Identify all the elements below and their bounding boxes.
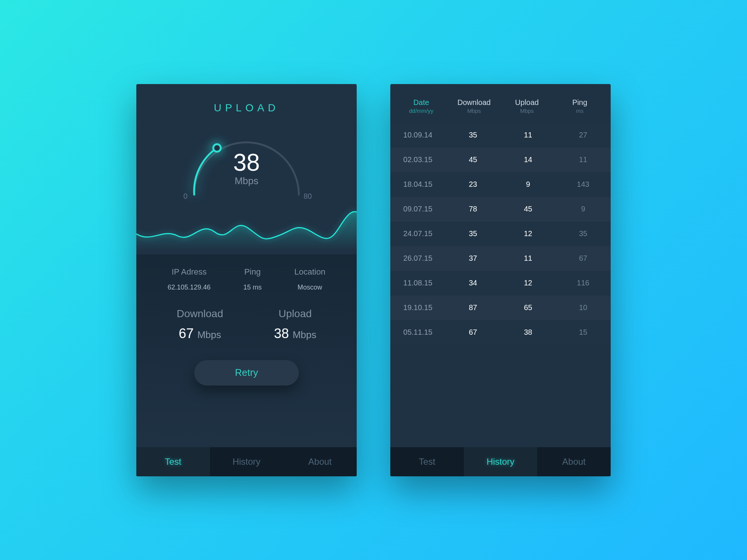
- cell-date: 24.07.15: [390, 229, 446, 238]
- cell-date: 09.07.15: [390, 205, 446, 213]
- history-header: Date dd/mm/yy Download Mbps Upload Mbps …: [390, 84, 611, 123]
- download-result: Download 67 Mbps: [177, 308, 223, 341]
- cell-download: 34: [446, 279, 501, 287]
- cell-date: 19.10.15: [390, 303, 446, 312]
- col-date-sub: dd/mm/yy: [395, 108, 448, 114]
- cell-ping: 116: [556, 279, 611, 287]
- ping-label: Ping: [243, 267, 261, 277]
- col-date[interactable]: Date dd/mm/yy: [395, 98, 448, 114]
- col-upload-label: Upload: [500, 98, 554, 107]
- cell-upload: 11: [500, 131, 556, 139]
- cell-upload: 38: [500, 328, 556, 337]
- cell-ping: 35: [556, 229, 611, 238]
- upload-label: Upload: [274, 308, 316, 320]
- location: Location Moscow: [294, 267, 325, 291]
- cell-download: 35: [446, 229, 501, 238]
- cell-upload: 12: [500, 279, 556, 287]
- cell-download: 45: [446, 155, 501, 164]
- col-upload[interactable]: Upload Mbps: [500, 98, 554, 114]
- col-date-label: Date: [395, 98, 448, 107]
- upload-value: 38: [274, 326, 289, 341]
- cell-ping: 11: [556, 155, 611, 164]
- table-row[interactable]: 02.03.15451411: [390, 148, 611, 172]
- col-ping-sub: ms: [554, 108, 607, 114]
- table-row[interactable]: 05.11.15673815: [390, 320, 611, 345]
- cell-date: 02.03.15: [390, 155, 446, 164]
- table-row[interactable]: 09.07.1578459: [390, 197, 611, 222]
- cell-date: 11.08.15: [390, 279, 446, 287]
- table-row[interactable]: 18.04.15239143: [390, 172, 611, 197]
- cell-upload: 65: [500, 303, 556, 312]
- table-row[interactable]: 10.09.14351127: [390, 123, 611, 148]
- cell-download: 37: [446, 254, 501, 263]
- cell-download: 67: [446, 328, 501, 337]
- tab-about[interactable]: About: [283, 447, 357, 476]
- gauge-max: 80: [304, 192, 312, 201]
- speed-gauge: 38 Mbps 0 80: [185, 127, 308, 202]
- cell-download: 78: [446, 205, 501, 213]
- test-screen: UPLOAD 38 Mbps 0 80: [136, 84, 357, 476]
- retry-button[interactable]: Retry: [194, 360, 299, 386]
- table-row[interactable]: 24.07.15351235: [390, 222, 611, 246]
- history-empty-area: [390, 345, 611, 447]
- download-value: 67: [179, 326, 193, 341]
- page-title: UPLOAD: [151, 102, 342, 114]
- tab-about[interactable]: About: [537, 447, 611, 476]
- col-download[interactable]: Download Mbps: [448, 98, 501, 114]
- table-row[interactable]: 26.07.15371167: [390, 246, 611, 271]
- col-download-sub: Mbps: [448, 108, 501, 114]
- cell-date: 10.09.14: [390, 131, 446, 139]
- cell-ping: 67: [556, 254, 611, 263]
- tab-history[interactable]: History: [464, 447, 537, 476]
- test-header: UPLOAD 38 Mbps 0 80: [136, 84, 357, 202]
- col-ping-label: Ping: [554, 98, 607, 107]
- test-details: IP Adress 62.105.129.46 Ping 15 ms Locat…: [136, 254, 357, 447]
- cell-date: 26.07.15: [390, 254, 446, 263]
- cell-upload: 45: [500, 205, 556, 213]
- cell-ping: 10: [556, 303, 611, 312]
- tab-history[interactable]: History: [210, 447, 283, 476]
- cell-upload: 11: [500, 254, 556, 263]
- download-label: Download: [177, 308, 223, 320]
- upload-result: Upload 38 Mbps: [274, 308, 316, 341]
- ping: Ping 15 ms: [243, 267, 261, 291]
- cell-ping: 15: [556, 328, 611, 337]
- download-unit: Mbps: [197, 329, 221, 340]
- cell-ping: 143: [556, 180, 611, 189]
- gauge-min: 0: [183, 192, 187, 201]
- ip-address: IP Adress 62.105.129.46: [168, 267, 211, 291]
- col-download-label: Download: [448, 98, 501, 107]
- ip-value: 62.105.129.46: [168, 284, 211, 291]
- cell-download: 23: [446, 180, 501, 189]
- cell-upload: 12: [500, 229, 556, 238]
- gauge-unit: Mbps: [185, 175, 308, 187]
- cell-ping: 27: [556, 131, 611, 139]
- ping-value: 15 ms: [243, 284, 261, 291]
- cell-date: 18.04.15: [390, 180, 446, 189]
- tab-test[interactable]: Test: [136, 447, 210, 476]
- tab-test[interactable]: Test: [390, 447, 464, 476]
- col-ping[interactable]: Ping ms: [554, 98, 607, 114]
- table-row[interactable]: 11.08.153412116: [390, 271, 611, 296]
- cell-upload: 14: [500, 155, 556, 164]
- history-rows: 10.09.1435112702.03.1545141118.04.152391…: [390, 123, 611, 345]
- tabbar: Test History About: [136, 447, 357, 476]
- ip-label: IP Adress: [168, 267, 211, 277]
- cell-download: 87: [446, 303, 501, 312]
- waveform-chart: [136, 206, 357, 254]
- history-screen: Date dd/mm/yy Download Mbps Upload Mbps …: [390, 84, 611, 476]
- cell-ping: 9: [556, 205, 611, 213]
- table-row[interactable]: 19.10.15876510: [390, 296, 611, 320]
- col-upload-sub: Mbps: [500, 108, 554, 114]
- location-label: Location: [294, 267, 325, 277]
- tabbar: Test History About: [390, 447, 611, 476]
- cell-date: 05.11.15: [390, 328, 446, 337]
- location-value: Moscow: [294, 284, 325, 291]
- upload-unit: Mbps: [292, 329, 316, 340]
- cell-upload: 9: [500, 180, 556, 189]
- cell-download: 35: [446, 131, 501, 139]
- gauge-value: 38: [185, 151, 308, 174]
